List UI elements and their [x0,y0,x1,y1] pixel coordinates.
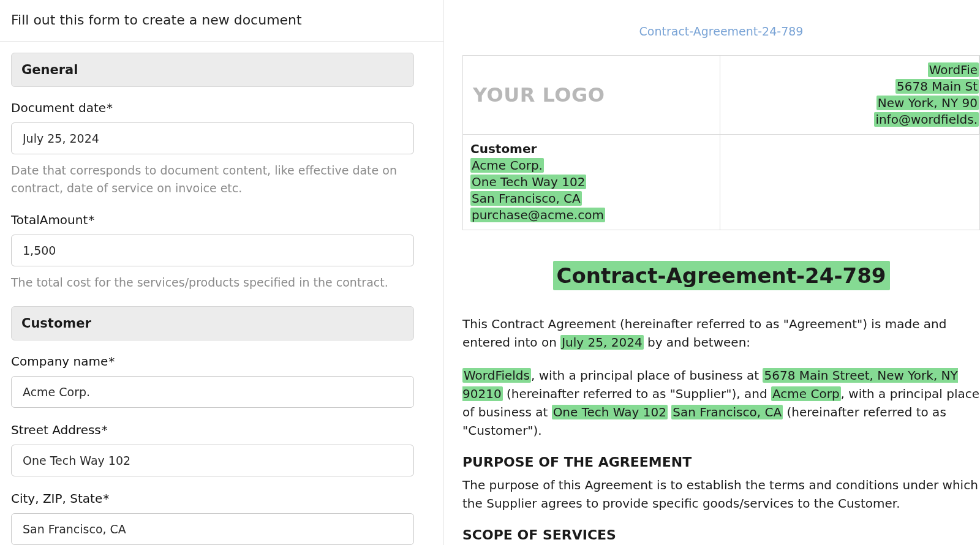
p-customer-addr2: San Francisco, CA [671,405,783,419]
label-total-amount: TotalAmount [11,212,414,227]
input-city-zip-state[interactable] [11,513,414,545]
customer-addr1: One Tech Way 102 [470,175,586,189]
supplier-addr2: New York, NY 90 [876,96,979,110]
label-document-date: Document date [11,100,414,115]
p-customer-name: Acme Corp [771,386,841,401]
supplier-addr1: 5678 Main St [895,79,979,94]
intro-paragraph: This Contract Agreement (hereinafter ref… [462,315,980,351]
input-company-name[interactable] [11,376,414,408]
section-general: General [11,53,414,87]
intro-date: July 25, 2024 [560,335,643,350]
document-preview: YOUR LOGO WordFie 5678 Main St New York,… [462,55,980,545]
customer-name: Acme Corp. [470,158,544,173]
help-total-amount: The total cost for the services/products… [11,274,414,291]
help-document-date: Date that corresponds to document conten… [11,162,414,198]
form-panel: Fill out this form to create a new docum… [0,0,444,545]
supplier-email: info@wordfields. [874,112,979,127]
field-street-address: Street Address [11,423,414,476]
form-scroll-area[interactable]: General Document date Date that correspo… [0,42,443,545]
customer-email: purchase@acme.com [470,208,605,222]
customer-block: Customer Acme Corp. One Tech Way 102 San… [463,135,720,230]
document-title-text: Contract-Agreement-24-789 [553,261,890,290]
customer-addr2: San Francisco, CA [470,191,582,206]
field-city-zip-state: City, ZIP, State [11,491,414,545]
p-t1: , with a principal place of business at [531,368,763,383]
customer-block-label: Customer [470,141,720,157]
customer-block-row: Customer Acme Corp. One Tech Way 102 San… [463,134,979,230]
supplier-name: WordFie [928,62,979,77]
text-purpose: The purpose of this Agreement is to esta… [462,476,980,513]
preview-panel: Contract-Agreement-24-789 YOUR LOGO Word… [444,0,980,545]
label-city-zip-state: City, ZIP, State [11,491,414,506]
field-total-amount: TotalAmount The total cost for the servi… [11,212,414,291]
preview-header-grid: YOUR LOGO WordFie 5678 Main St New York,… [462,55,980,230]
p-supplier-name: WordFields [462,368,531,383]
input-document-date[interactable] [11,122,414,154]
heading-scope: SCOPE OF SERVICES [462,527,980,543]
field-company-name: Company name [11,354,414,408]
p-t2: (hereinafter referred to as "Supplier"),… [503,386,771,401]
p-customer-addr1: One Tech Way 102 [552,405,668,419]
parties-paragraph: WordFields, with a principal place of bu… [462,366,980,440]
heading-purpose: PURPOSE OF THE AGREEMENT [462,454,980,470]
logo-placeholder: YOUR LOGO [463,56,720,134]
page-title: Fill out this form to create a new docum… [0,0,443,42]
intro-post: by and between: [644,335,750,350]
document-title: Contract-Agreement-24-789 [462,261,980,290]
label-street-address: Street Address [11,423,414,437]
section-customer: Customer [11,306,414,340]
supplier-block: WordFie 5678 Main St New York, NY 90 inf… [720,56,979,134]
document-filename: Contract-Agreement-24-789 [462,24,980,38]
field-document-date: Document date Date that corresponds to d… [11,100,414,198]
input-total-amount[interactable] [11,235,414,266]
label-company-name: Company name [11,354,414,369]
input-street-address[interactable] [11,445,414,476]
